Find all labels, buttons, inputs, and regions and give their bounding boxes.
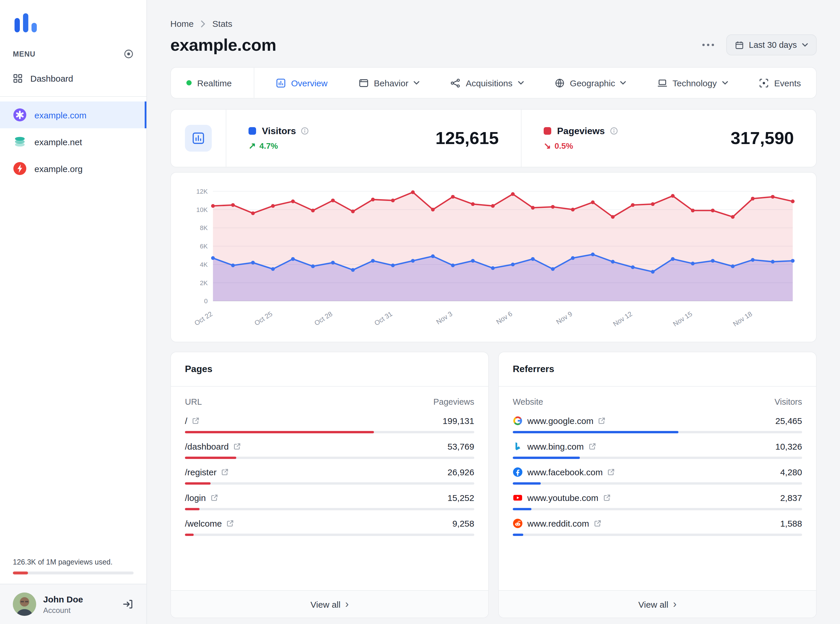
svg-text:2K: 2K <box>200 280 208 287</box>
row-label: www.reddit.com <box>528 519 589 528</box>
sidebar-item-example.com[interactable]: example.com <box>0 102 146 128</box>
table-row[interactable]: /welcome 9,258 <box>185 519 474 536</box>
chevron-down-icon <box>722 81 728 85</box>
tab-events[interactable]: Events <box>750 68 810 98</box>
traffic-chart: 02K4K6K8K10K12KOct 22Oct 25Oct 28Oct 31N… <box>186 184 801 337</box>
progress-track <box>513 457 802 459</box>
pageviews-value: 317,590 <box>731 128 794 148</box>
external-link-icon[interactable] <box>221 468 229 476</box>
breadcrumb-home[interactable]: Home <box>170 19 194 29</box>
account-section[interactable]: John Doe Account <box>0 584 146 624</box>
app-root: MENU Dashboard example.com example.net <box>0 0 840 624</box>
sidebar-item-dashboard[interactable]: Dashboard <box>0 65 146 91</box>
progress-fill <box>185 508 200 510</box>
referrers-view-all-button[interactable]: View all › <box>499 590 816 618</box>
referrers-rows: www.google.com 25,465 www.bing.com 10,32… <box>513 416 802 536</box>
progress-fill <box>513 482 540 485</box>
pages-view-all-button[interactable]: View all › <box>171 590 488 618</box>
tab-label: Behavior <box>374 78 408 88</box>
external-link-icon[interactable] <box>192 417 200 425</box>
progress-track <box>513 431 802 433</box>
visitors-stat: Visitors ↗ 4.7% 125,615 <box>226 110 521 167</box>
technology-icon <box>657 78 667 88</box>
table-row[interactable]: / 199,131 <box>185 416 474 433</box>
table-row[interactable]: www.bing.com 10,326 <box>513 442 802 459</box>
tab-behavior[interactable]: Behavior <box>350 68 429 98</box>
external-link-icon[interactable] <box>603 494 611 502</box>
external-link-icon[interactable] <box>234 443 241 450</box>
column-visitors: Visitors <box>774 397 802 406</box>
table-row[interactable]: www.facebook.com 4,280 <box>513 467 802 485</box>
tab-label: Events <box>774 78 801 88</box>
svg-text:Oct 31: Oct 31 <box>373 310 394 327</box>
svg-text:Oct 25: Oct 25 <box>253 310 274 327</box>
row-value: 10,326 <box>775 442 802 451</box>
row-value: 26,926 <box>447 467 474 477</box>
external-link-icon[interactable] <box>210 494 218 502</box>
table-row[interactable]: www.youtube.com 2,837 <box>513 493 802 510</box>
pageviews-delta: 0.5% <box>554 141 573 150</box>
external-link-icon[interactable] <box>588 443 596 450</box>
row-label: /welcome <box>185 519 222 528</box>
tab-overview[interactable]: Overview <box>266 68 337 98</box>
table-row[interactable]: www.google.com 25,465 <box>513 416 802 433</box>
usage-text: 126.3K of 1M pageviews used. <box>13 558 134 566</box>
row-value: 4,280 <box>780 467 802 477</box>
external-link-icon[interactable] <box>607 468 615 476</box>
usage-progress-fill <box>13 571 28 575</box>
referrers-title: Referrers <box>499 352 816 387</box>
progress-track <box>185 431 474 433</box>
tab-technology[interactable]: Technology <box>648 68 737 98</box>
tab-geographic[interactable]: Geographic <box>545 68 636 98</box>
tab-label: Realtime <box>197 78 232 88</box>
row-value: 199,131 <box>443 416 474 426</box>
reddit-favicon <box>513 519 523 528</box>
row-label: / <box>185 416 187 426</box>
sidebar-divider <box>0 96 146 97</box>
tab-label: Acquisitions <box>466 78 512 88</box>
progress-fill <box>513 534 523 536</box>
bar-chart-logo-icon <box>13 12 39 35</box>
external-link-icon[interactable] <box>227 520 234 527</box>
teal-layers-icon <box>13 135 27 149</box>
svg-text:10K: 10K <box>196 206 208 213</box>
table-row[interactable]: www.reddit.com 1,588 <box>513 519 802 536</box>
external-link-icon[interactable] <box>594 520 602 527</box>
breadcrumb: Home Stats <box>170 19 817 29</box>
google-favicon <box>513 416 523 426</box>
app-logo <box>0 0 146 36</box>
progress-fill <box>513 457 580 459</box>
site-label: example.org <box>34 164 82 173</box>
usage-progressbar <box>13 571 134 575</box>
visitors-value: 125,615 <box>435 128 499 148</box>
row-label: www.bing.com <box>528 442 584 451</box>
row-value: 2,837 <box>780 493 802 503</box>
referrers-card: Referrers Website Visitors www.google.co… <box>498 352 817 618</box>
theme-icon[interactable] <box>124 49 134 59</box>
info-icon[interactable] <box>301 127 309 135</box>
svg-text:0: 0 <box>204 297 208 305</box>
info-icon[interactable] <box>610 127 618 135</box>
main-content: Home Stats example.com Last 30 days <box>147 0 840 624</box>
more-icon[interactable] <box>701 40 716 50</box>
stats-icon-cell <box>171 110 226 167</box>
table-row[interactable]: /dashboard 53,769 <box>185 442 474 459</box>
tab-acquisitions[interactable]: Acquisitions <box>441 68 533 98</box>
external-link-icon[interactable] <box>598 417 606 425</box>
tab-realtime[interactable]: Realtime <box>177 68 241 98</box>
progress-fill <box>185 534 194 536</box>
progress-track <box>185 457 474 459</box>
sidebar-item-example.net[interactable]: example.net <box>0 128 146 155</box>
svg-text:6K: 6K <box>200 242 208 250</box>
table-row[interactable]: /register 26,926 <box>185 467 474 485</box>
sidebar-item-example.org[interactable]: example.org <box>0 155 146 182</box>
row-value: 25,465 <box>775 416 802 426</box>
trend-down-icon: ↘ <box>544 140 551 151</box>
row-label: /register <box>185 467 217 477</box>
menu-label: MENU <box>13 50 36 58</box>
avatar <box>13 593 36 616</box>
dashboard-label: Dashboard <box>30 73 73 83</box>
date-range-button[interactable]: Last 30 days <box>726 34 817 56</box>
logout-icon[interactable] <box>122 598 134 610</box>
table-row[interactable]: /login 15,252 <box>185 493 474 510</box>
